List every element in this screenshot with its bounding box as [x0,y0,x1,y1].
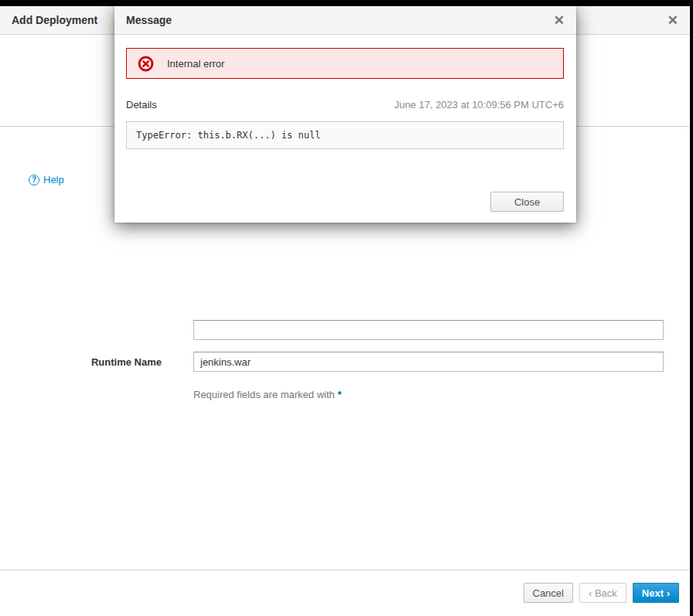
error-detail-box: TypeError: this.b.RX(...) is null [126,121,564,149]
add-deployment-title: Add Deployment [12,14,97,26]
required-marker: * [337,389,341,400]
next-label: Next [642,587,664,599]
back-button[interactable]: ‹ Back [579,583,626,603]
error-alert-text: Internal error [167,58,224,70]
message-modal: Message ✕ Internal error Details June 17… [114,6,576,223]
cancel-button[interactable]: Cancel [524,583,573,603]
error-alert: Internal error [126,48,564,79]
wizard-footer: Cancel ‹ Back Next › [0,570,690,616]
runtime-name-label: Runtime Name [0,356,162,368]
message-modal-header: Message ✕ [114,6,576,35]
back-label: Back [595,587,617,599]
modal-close-button[interactable]: Close [490,192,564,212]
chevron-right-icon: › [667,587,670,599]
help-label: Help [43,174,64,185]
runtime-name-input[interactable] [193,352,664,372]
error-timestamp: June 17, 2023 at 10:09:56 PM UTC+6 [394,99,564,111]
error-circle-icon [138,56,154,72]
screen: { "colors": { "accent_blue": "#0088ce", … [0,0,693,616]
required-note-text: Required fields are marked with [193,389,335,400]
details-label: Details [126,99,157,111]
error-detail-text: TypeError: this.b.RX(...) is null [136,130,320,141]
required-fields-note: Required fields are marked with * [193,389,342,400]
help-link[interactable]: ? Help [29,174,64,185]
message-modal-title: Message [126,14,172,26]
close-icon[interactable]: ✕ [554,14,565,27]
details-row: Details June 17, 2023 at 10:09:56 PM UTC… [126,99,564,111]
chevron-left-icon: ‹ [589,587,592,599]
message-modal-body: Internal error Details June 17, 2023 at … [114,35,576,223]
next-button[interactable]: Next › [633,583,679,603]
name-input[interactable] [193,320,664,340]
help-icon: ? [29,175,39,185]
close-icon[interactable]: ✕ [667,14,678,27]
